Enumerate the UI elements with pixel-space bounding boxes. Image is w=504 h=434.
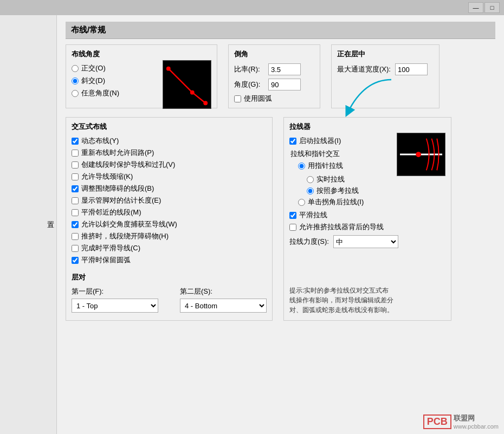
ir-item-4[interactable]: 调整围绕障碍的线段(B) [72, 184, 267, 193]
puller-reference-label: 按照参考拉线 [316, 186, 359, 196]
ir-item-2[interactable]: 创建线段时保护导线和过孔(V) [72, 160, 267, 170]
ir-checkbox-3[interactable] [72, 173, 79, 180]
chamfer-ratio-row: 比率(R): [234, 63, 314, 75]
svg-point-1 [166, 67, 171, 71]
layer-pair-row: 第一层(F): 1 - Top 2 - Inner1 3 - Inner2 4 … [72, 287, 267, 313]
use-arc-checkbox[interactable] [234, 95, 241, 102]
ir-label-2: 创建线段时保护导线和过孔(V) [81, 160, 175, 170]
routing-angle-section: 布线角度 正交(O) 斜交(D) 任意角度(N) [66, 44, 217, 108]
layer-first-label: 第一层(F): [72, 287, 158, 296]
ir-item-6[interactable]: 平滑邻近的线段(M) [72, 208, 267, 217]
puller-allow-push[interactable]: 允许推挤拉线器背后的导线 [289, 222, 445, 232]
svg-line-2 [192, 93, 205, 103]
ir-label-6: 平滑邻近的线段(M) [81, 208, 141, 217]
ir-label-10: 平滑时保留圆弧 [81, 255, 131, 265]
layer-pair-label: 层对 [72, 273, 267, 282]
ir-checkbox-4[interactable] [72, 185, 79, 192]
ir-checkbox-9[interactable] [72, 245, 79, 252]
routing-angle-preview [163, 60, 211, 109]
puller-realtime-radio[interactable] [307, 176, 314, 183]
ir-item-9[interactable]: 完成时平滑导线(C) [72, 243, 267, 253]
ir-item-8[interactable]: 推挤时，线段绕开障碍物(H) [72, 231, 267, 241]
puller-enable-checkbox[interactable] [289, 138, 296, 145]
routing-any-radio[interactable] [72, 90, 79, 97]
maximize-button[interactable]: □ [484, 2, 500, 13]
page-title: 布线/常规 [71, 25, 106, 34]
ir-checkbox-1[interactable] [72, 150, 79, 157]
use-arc-row: 使用圆弧 [234, 94, 314, 103]
chamfer-ratio-input[interactable] [268, 63, 301, 75]
minimize-button[interactable]: — [468, 2, 483, 13]
layer-second-select[interactable]: 1 - Top 2 - Inner1 3 - Inner2 4 - Bottom [180, 299, 267, 313]
ir-checkbox-2[interactable] [72, 161, 79, 169]
active-layer-label: 正在层中 [337, 49, 434, 59]
puller-svg [397, 133, 445, 176]
interactive-routing-section: 交互式布线 动态布线(Y) 重新布线时允许回路(P) 创建线段时保护导线和过孔(… [66, 117, 273, 321]
watermark-pcb-label: PCB [423, 414, 451, 429]
ir-checkbox-8[interactable] [72, 233, 79, 240]
routing-orthogonal-label: 正交(O) [81, 63, 106, 73]
chamfer-angle-label: 角度(G): [234, 80, 264, 89]
ir-item-3[interactable]: 允许导线颈缩(K) [72, 172, 267, 182]
puller-pin-radio[interactable] [298, 163, 305, 170]
layer-second-label: 第二层(S): [180, 287, 267, 296]
ir-checkbox-10[interactable] [72, 257, 79, 264]
watermark: PCB 联盟网 www.pcbbar.com [423, 413, 499, 430]
routing-any-label: 任意角度(N) [81, 88, 119, 98]
puller-allow-push-checkbox[interactable] [289, 224, 296, 231]
chamfer-angle-row: 角度(G): [234, 79, 314, 90]
middle-row: 交互式布线 动态布线(Y) 重新布线时允许回路(P) 创建线段时保护导线和过孔(… [66, 117, 495, 321]
left-panel-text: 置 [47, 220, 54, 230]
ir-label-5: 显示管脚对的估计长度(E) [81, 196, 161, 205]
puller-single-click[interactable]: 单击拐角后拉线(I) [298, 197, 445, 207]
left-panel: 置 [0, 15, 57, 434]
puller-allow-push-label: 允许推挤拉线器背后的导线 [299, 222, 384, 232]
ir-label-9: 完成时平滑导线(C) [81, 243, 140, 253]
chamfer-label: 倒角 [234, 49, 314, 59]
chamfer-angle-input[interactable] [268, 79, 301, 90]
puller-reference-radio[interactable] [307, 187, 314, 195]
puller-smooth-checkbox[interactable] [289, 212, 296, 219]
puller-enable-label: 启动拉线器(I) [299, 136, 341, 146]
puller-preview [397, 133, 445, 176]
ir-item-0[interactable]: 动态布线(Y) [72, 136, 267, 146]
puller-smooth[interactable]: 平滑拉线 [289, 210, 445, 220]
ir-label-3: 允许导线颈缩(K) [81, 172, 133, 182]
puller-realtime-label: 实时拉线 [316, 174, 345, 184]
routing-orthogonal-radio[interactable] [72, 65, 79, 72]
svg-point-4 [203, 101, 208, 105]
puller-single-click-radio[interactable] [298, 199, 305, 206]
ir-item-5[interactable]: 显示管脚对的估计长度(E) [72, 196, 267, 205]
svg-point-3 [190, 90, 195, 95]
ir-checkbox-6[interactable] [72, 209, 79, 216]
ir-label-0: 动态布线(Y) [81, 136, 119, 146]
use-arc-label: 使用圆弧 [244, 94, 272, 103]
max-width-input[interactable] [395, 63, 428, 75]
titlebar: — □ [0, 0, 504, 15]
watermark-content: PCB 联盟网 www.pcbbar.com [423, 413, 499, 430]
pull-strength-select[interactable]: 低 中 高 [333, 235, 398, 248]
pull-strength-row: 拉线力度(S): 低 中 高 [289, 235, 445, 248]
interactive-routing-list: 动态布线(Y) 重新布线时允许回路(P) 创建线段时保护导线和过孔(V) 允许导… [72, 136, 267, 265]
ir-label-8: 推挤时，线段绕开障碍物(H) [81, 231, 169, 241]
puller-smooth-label: 平滑拉线 [299, 210, 327, 220]
ir-item-7[interactable]: 允许以斜交角度捕获至导线(W) [72, 219, 267, 229]
puller-reference[interactable]: 按照参考拉线 [307, 186, 445, 196]
layer-second-col: 第二层(S): 1 - Top 2 - Inner1 3 - Inner2 4 … [180, 287, 267, 313]
ir-item-10[interactable]: 平滑时保留圆弧 [72, 255, 267, 265]
watermark-site: 联盟网 [454, 413, 499, 423]
tip-text: 提示:实时的参考拉线仅对交互式布线操作有影响，而对导线编辑或差分对、圆弧或蛇形走… [289, 286, 394, 315]
ir-checkbox-0[interactable] [72, 138, 79, 145]
puller-section: 拉线器 启动拉线器(I) 拉线和指针交互 [283, 117, 451, 321]
ir-checkbox-7[interactable] [72, 221, 79, 228]
svg-line-0 [169, 69, 192, 93]
ir-checkbox-5[interactable] [72, 197, 79, 204]
pull-strength-label: 拉线力度(S): [289, 237, 329, 247]
layer-first-col: 第一层(F): 1 - Top 2 - Inner1 3 - Inner2 4 … [72, 287, 158, 313]
ir-item-1[interactable]: 重新布线时允许回路(P) [72, 148, 267, 158]
routing-angle-svg [163, 61, 211, 108]
puller-sub-options: 实时拉线 按照参考拉线 [307, 174, 445, 196]
routing-diagonal-radio[interactable] [72, 77, 79, 85]
routing-diagonal-label: 斜交(D) [81, 76, 105, 86]
layer-first-select[interactable]: 1 - Top 2 - Inner1 3 - Inner2 4 - Bottom [72, 299, 158, 313]
